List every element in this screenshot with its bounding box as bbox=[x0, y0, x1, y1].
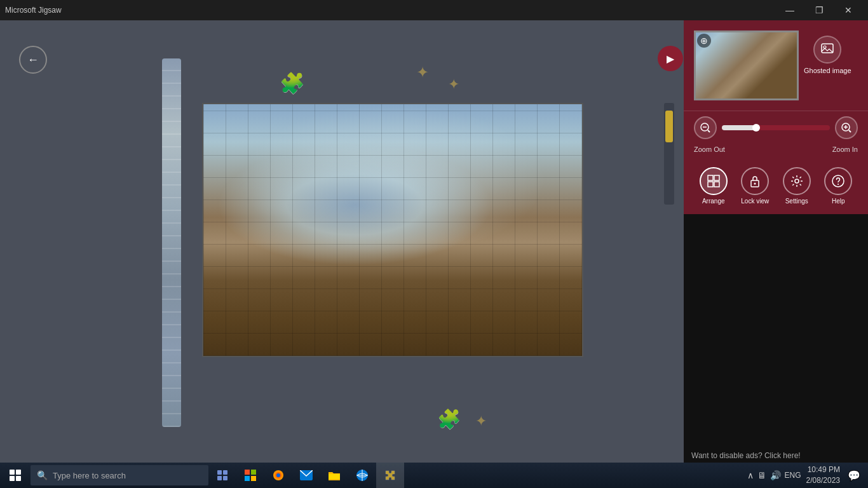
loose-piece[interactable]: 🧩 bbox=[280, 71, 305, 95]
ghosted-image-label: Ghosted image bbox=[804, 66, 851, 75]
loose-piece[interactable]: 🧩 bbox=[437, 408, 461, 430]
preview-zoom-icon: ⊕ bbox=[697, 34, 711, 48]
start-button[interactable] bbox=[0, 463, 31, 488]
zoom-in-button[interactable] bbox=[835, 116, 858, 139]
svg-point-17 bbox=[837, 184, 839, 185]
back-icon: ← bbox=[27, 53, 39, 67]
title-bar: Microsoft Jigsaw — ❐ ✕ bbox=[0, 0, 868, 20]
svg-rect-12 bbox=[714, 182, 719, 187]
svg-rect-20 bbox=[217, 476, 222, 480]
expand-button[interactable] bbox=[658, 46, 683, 71]
sidebar-top: ⊕ Ghosted image bbox=[684, 20, 868, 111]
help-label: Help bbox=[832, 198, 845, 205]
clock-time: 10:49 PM bbox=[806, 464, 840, 475]
puzzle-preview[interactable]: ⊕ bbox=[694, 30, 799, 100]
svg-line-8 bbox=[849, 130, 851, 132]
firefox-icon[interactable] bbox=[264, 463, 292, 488]
piece-column bbox=[162, 58, 181, 427]
zoom-out-button[interactable] bbox=[694, 116, 717, 139]
zoom-out-label: Zoom Out bbox=[694, 146, 725, 153]
svg-rect-11 bbox=[708, 182, 713, 187]
search-icon: 🔍 bbox=[37, 470, 48, 480]
back-button[interactable]: ← bbox=[19, 46, 47, 74]
settings-label: Settings bbox=[785, 198, 808, 205]
puzzle-grid-overlay bbox=[203, 104, 582, 356]
lock-view-label: Lock view bbox=[741, 198, 769, 205]
arrange-button[interactable]: Arrange bbox=[694, 163, 733, 209]
zoom-section bbox=[684, 111, 868, 144]
svg-rect-10 bbox=[714, 175, 719, 180]
microsoft-store-icon[interactable] bbox=[236, 463, 264, 488]
window-controls: — ❐ ✕ bbox=[775, 0, 863, 20]
settings-button[interactable]: Settings bbox=[777, 163, 817, 209]
close-button[interactable]: ✕ bbox=[834, 0, 863, 20]
arrange-icon bbox=[700, 167, 728, 195]
language-indicator[interactable]: ENG bbox=[785, 471, 801, 480]
task-view-button[interactable] bbox=[208, 463, 236, 488]
lock-view-button[interactable]: Lock view bbox=[736, 163, 775, 209]
taskbar: 🔍 Type here to search bbox=[0, 463, 868, 488]
svg-rect-18 bbox=[217, 470, 222, 475]
search-placeholder: Type here to search bbox=[53, 471, 126, 480]
svg-point-15 bbox=[795, 179, 799, 183]
lock-view-icon bbox=[741, 167, 769, 195]
settings-icon bbox=[783, 167, 811, 195]
clock-date: 2/08/2023 bbox=[806, 475, 840, 486]
loose-piece[interactable]: ✦ bbox=[475, 413, 487, 430]
svg-rect-22 bbox=[245, 470, 250, 475]
scroll-thumb bbox=[665, 111, 673, 142]
ghosted-image-button[interactable] bbox=[813, 36, 841, 64]
loose-piece[interactable]: ✦ bbox=[448, 76, 459, 93]
app-title: Microsoft Jigsaw bbox=[5, 6, 62, 15]
help-button[interactable]: Help bbox=[819, 163, 858, 209]
puzzle-board[interactable] bbox=[202, 103, 583, 357]
action-buttons: Arrange Lock view bbox=[684, 158, 868, 214]
notification-button[interactable]: 💬 bbox=[845, 467, 863, 484]
ghosted-image-section: Ghosted image bbox=[804, 30, 851, 75]
svg-rect-19 bbox=[223, 470, 227, 475]
svg-rect-25 bbox=[251, 476, 256, 481]
ad-link[interactable]: Want to disable ads? Click here! bbox=[691, 451, 801, 460]
board-scrollbar[interactable] bbox=[664, 103, 674, 205]
svg-point-14 bbox=[754, 183, 756, 185]
tray-volume[interactable]: 🔊 bbox=[770, 470, 781, 480]
game-area: ← 🧩 ✦ ✦ 🧩 ✦ ⊕ bbox=[0, 20, 868, 468]
svg-rect-9 bbox=[708, 175, 713, 180]
zoom-in-label: Zoom In bbox=[832, 146, 858, 153]
ad-area: Want to disable ads? Click here! bbox=[684, 214, 868, 468]
preview-image bbox=[696, 32, 797, 98]
maximize-button[interactable]: ❐ bbox=[804, 0, 834, 20]
clock[interactable]: 10:49 PM 2/08/2023 bbox=[806, 464, 840, 486]
piece-strip bbox=[146, 58, 197, 442]
svg-rect-21 bbox=[223, 476, 227, 480]
loose-piece[interactable]: ✦ bbox=[416, 64, 429, 81]
windows-icon bbox=[10, 470, 21, 481]
jigsaw-icon[interactable] bbox=[376, 463, 404, 488]
help-icon bbox=[824, 167, 852, 195]
mail-icon[interactable] bbox=[292, 463, 320, 488]
svg-rect-24 bbox=[245, 476, 250, 481]
svg-rect-23 bbox=[251, 470, 256, 475]
arrange-label: Arrange bbox=[702, 198, 725, 205]
system-tray: ∧ 🖥 🔊 ENG bbox=[747, 470, 801, 480]
svg-point-28 bbox=[276, 473, 280, 477]
minimize-button[interactable]: — bbox=[775, 0, 804, 20]
zoom-slider[interactable] bbox=[722, 125, 830, 130]
browser-icon[interactable] bbox=[348, 463, 376, 488]
svg-line-4 bbox=[708, 130, 710, 132]
tray-network[interactable]: 🖥 bbox=[757, 470, 766, 480]
file-explorer-icon[interactable] bbox=[320, 463, 348, 488]
tray-expand[interactable]: ∧ bbox=[747, 470, 754, 480]
sidebar: ⊕ Ghosted image bbox=[684, 20, 868, 468]
zoom-labels: Zoom Out Zoom In bbox=[684, 144, 868, 158]
search-bar[interactable]: 🔍 Type here to search bbox=[31, 465, 208, 485]
taskbar-right: ∧ 🖥 🔊 ENG 10:49 PM 2/08/2023 💬 bbox=[747, 464, 868, 486]
